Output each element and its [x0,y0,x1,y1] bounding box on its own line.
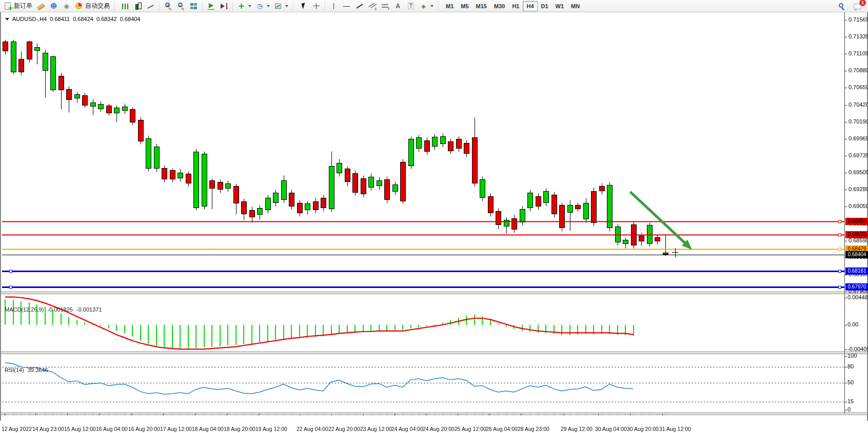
notification-badge: 1 [859,0,866,6]
equidistant-channel-button[interactable] [366,1,379,12]
horizontal-line-button[interactable] [340,1,353,12]
timeframe-m1-button[interactable]: M1 [442,1,457,11]
hline-price-tag[interactable]: 0.68181 [845,267,868,275]
chart-line-button[interactable] [144,1,157,12]
bars-icon [121,2,129,10]
timeframe-m15-button[interactable]: M15 [472,1,490,11]
price-axis-tick: 0.70190 [849,118,868,125]
periods-button[interactable] [253,1,272,12]
date-axis-label: 23 Aug 12:00 [360,426,392,432]
quote-open: 0.68411 [50,16,70,22]
chart-shift-button[interactable] [218,1,230,12]
trendline-button[interactable] [353,1,366,12]
auto-scroll-button[interactable] [205,1,218,12]
hline-price-tag[interactable]: 0.68675 [845,231,868,238]
hline-price-tag[interactable]: 0.68854 [845,218,868,225]
tile-windows-button[interactable] [187,1,200,12]
timeframe-m5-button[interactable]: M5 [457,1,472,11]
chart-candles-button[interactable] [131,1,144,12]
rsi-axis-tick: 15 [847,398,854,404]
rsi-axis-tick: 0 [847,406,851,413]
main-toolbar: 新订单自动交易M1M5M15M30H1H4D1W1MN1 [0,0,868,12]
price-axis-tick: 0.69735 [849,152,868,158]
clock-icon [255,2,264,10]
macd-indicator-label: MACD(12,26,9) -0.001825 -0.001371 [5,306,102,313]
price-axis-tick: 0.68590 [849,237,868,243]
chevron-down-icon[interactable] [285,5,288,7]
timeframe-h4-button[interactable]: H4 [523,1,537,11]
rsi-axis-tick: 100 [847,353,857,359]
date-axis-label: 30 Aug 04:00 [595,426,627,432]
shapes-icon [419,2,428,10]
toolbar-separator [232,2,233,11]
signals-button[interactable] [60,1,73,12]
date-axis-label: 17 Aug 12:00 [160,426,192,432]
search-icon [837,2,846,10]
current-price-tag[interactable]: 0.68404 [845,251,868,258]
new-order-button[interactable]: 新订单 [2,1,34,12]
timeframe-m30-button[interactable]: M30 [490,1,508,11]
cursor-icon [299,2,308,10]
timeframe-mn-button[interactable]: MN [567,1,583,11]
hline-icon [342,2,351,10]
zoom-out-button[interactable] [174,1,187,12]
text-label-button[interactable] [404,1,417,12]
candles-icon [133,2,142,10]
publisher-button[interactable] [47,1,60,12]
shift-icon [220,2,228,10]
toolbar-separator [292,2,295,11]
date-axis-label: 29 Aug 12:00 [561,426,593,432]
fibo-icon [381,2,389,10]
date-axis-label: 18 Aug 20:00 [224,426,255,432]
vline-icon [329,2,338,10]
text-button[interactable] [391,1,404,12]
price-axis-tick: 0.71565 [849,16,868,23]
crayon-button[interactable] [34,1,47,12]
chevron-down-icon[interactable] [430,5,433,7]
doc-icon [5,3,11,10]
cursor-button[interactable] [297,1,310,12]
person-icon [49,2,58,10]
date-axis-label: 16 Aug 20:00 [128,426,160,432]
fibonacci-button[interactable] [379,1,391,12]
new-order-label: 新订单 [14,2,32,10]
chart-menu-chevron-icon[interactable] [5,18,9,20]
textA-icon [393,2,402,10]
timeframe-w1-button[interactable]: W1 [552,1,568,11]
date-axis-label: 19 Aug 12:00 [255,426,287,432]
crosshair-button[interactable] [310,1,323,12]
zoom-in-button[interactable] [162,1,174,12]
hline-price-tag[interactable]: 0.67970 [845,283,868,291]
auto-trading-label: 自动交易 [85,2,110,10]
toolbar-separator [438,2,440,11]
price-axis-tick: 0.71335 [849,33,868,39]
auto-trading-button[interactable]: 自动交易 [73,1,112,12]
macd-axis-tick: 0.00 [847,321,858,327]
timeframe-h1-button[interactable]: H1 [508,1,523,11]
date-axis-label: 22 Aug 04:00 [297,426,328,432]
toolbar-separator [325,2,325,11]
crosshair-icon [312,2,321,10]
indicators-button[interactable] [235,1,253,12]
macd-name: MACD(12,26,9) [5,306,44,313]
crayon-icon [36,2,45,10]
signal-icon [62,2,71,10]
vertical-line-button[interactable] [327,1,340,12]
arrows-button[interactable] [417,1,436,12]
timeframe-d1-button[interactable]: D1 [538,1,552,11]
price-axis-tick: 0.70880 [849,67,868,73]
date-axis-label: 24 Aug 04:00 [391,426,423,432]
chart-canvas[interactable] [1,1,868,433]
date-axis-label: 12 Aug 2022 [2,426,32,432]
rsi-axis-tick: 80 [847,363,854,369]
notifications-button[interactable]: 1 [851,1,864,12]
price-axis-tick: 0.71105 [849,50,868,56]
date-axis-label: 25 Aug 12:00 [455,426,486,432]
date-axis-label: 22 Aug 20:00 [328,426,360,432]
search-button[interactable] [835,1,848,12]
chevron-down-icon[interactable] [267,5,270,7]
chart-bars-button[interactable] [119,1,131,12]
templates-button[interactable] [272,1,290,12]
chevron-down-icon[interactable] [248,5,251,7]
date-axis-label: 24 Aug 20:00 [423,426,455,432]
